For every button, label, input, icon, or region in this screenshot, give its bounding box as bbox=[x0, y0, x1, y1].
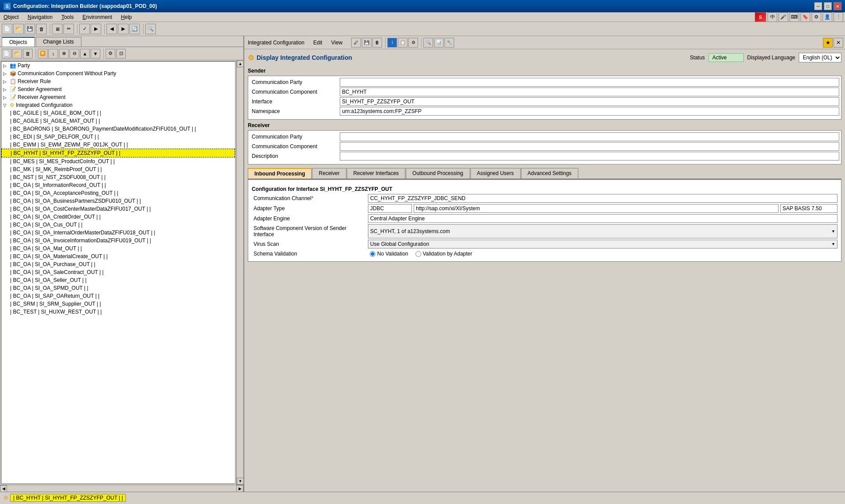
expander-recv-rule[interactable]: ▷ bbox=[3, 79, 8, 84]
close-button[interactable]: ✕ bbox=[834, 2, 841, 10]
expander-integrated[interactable]: ▽ bbox=[3, 103, 8, 108]
right-menu-edit[interactable]: Edit bbox=[312, 39, 324, 46]
right-btn-2[interactable]: 💾 bbox=[362, 38, 371, 47]
hscroll-right[interactable]: ▶ bbox=[236, 485, 243, 492]
hscroll-left[interactable]: ◀ bbox=[0, 485, 7, 492]
back-btn[interactable]: ◀ bbox=[107, 24, 117, 34]
tree-item-23[interactable]: | BC_OA | SI_SAP_OAReturn_OUT | | bbox=[1, 292, 235, 300]
tree-item-20[interactable]: | BC_OA | SI_OA_SaleContract_OUT | | bbox=[1, 268, 235, 276]
tree-item-comm-component[interactable]: ▷ 📦 Communication Component Without Part… bbox=[1, 69, 235, 77]
tree-item-12[interactable]: | BC_OA | SI_OA_CostCenterMasterDataZFIF… bbox=[1, 205, 235, 213]
menu-object[interactable]: Object bbox=[2, 14, 21, 21]
tree-item-17[interactable]: | BC_OA | SI_OA_Mat_OUT | | bbox=[1, 245, 235, 252]
left-filter-btn[interactable]: 🔽 bbox=[38, 49, 48, 58]
left-sort-btn[interactable]: ↕ bbox=[48, 49, 58, 58]
radio-by-adapter-input[interactable] bbox=[415, 251, 421, 257]
radio-no-validation-input[interactable] bbox=[370, 251, 375, 257]
tree-item-22[interactable]: | BC_OA | SI_OA_SPMD_OUT | | bbox=[1, 284, 235, 292]
tree-item-8[interactable]: | BC_NST | SI_NST_ZSDFU008_OUT | | bbox=[1, 173, 235, 181]
software-component-value[interactable]: SC_HYHT, 1 of a123systems.com ▼ bbox=[368, 224, 838, 238]
expander-sender-agr[interactable]: ▷ bbox=[3, 87, 8, 92]
virus-scan-value[interactable]: Use Global Configuration ▼ bbox=[368, 240, 838, 248]
tab-inbound-processing[interactable]: Inbound Processing bbox=[248, 168, 312, 179]
forward-btn[interactable]: ▶ bbox=[118, 24, 129, 34]
right-btn-5[interactable]: ⚙ bbox=[408, 38, 418, 47]
delete-btn[interactable]: 🗑 bbox=[36, 24, 47, 34]
check-btn[interactable]: ✓ bbox=[79, 24, 90, 34]
expander-comm[interactable]: ▷ bbox=[3, 71, 8, 76]
tree-item-25[interactable]: | BC_TEST | SI_HUXW_REST_OUT | | bbox=[1, 308, 235, 316]
tree-item-24[interactable]: | BC_SRM | SI_SRM_Supplier_OUT | | bbox=[1, 300, 235, 308]
left-settings-btn[interactable]: ⚙ bbox=[106, 49, 115, 58]
tree-item-16[interactable]: | BC_OA | SI_OA_InvoiceInformationDataZF… bbox=[1, 237, 235, 245]
tree-item-2[interactable]: | BC_BAORONG | SI_BAORONG_PaymentDateMod… bbox=[1, 125, 235, 133]
tree-item-14[interactable]: | BC_OA | SI_OA_Cus_OUT | | bbox=[1, 221, 235, 229]
tree-item-receiver-agreement[interactable]: ▷ 📝 Receiver Agreement bbox=[1, 93, 235, 101]
save-btn[interactable]: 💾 bbox=[25, 24, 35, 34]
tree-item-sender-agreement[interactable]: ▷ 📝 Sender Agreement bbox=[1, 85, 235, 93]
language-select[interactable]: English (OL) bbox=[799, 53, 841, 62]
tab-outbound-processing[interactable]: Outbound Processing bbox=[406, 168, 470, 179]
tree-item-11[interactable]: | BC_OA | SI_OA_BusinessPartnersZSDFU010… bbox=[1, 197, 235, 205]
open-btn[interactable]: 📂 bbox=[13, 24, 24, 34]
window-controls[interactable]: ─ □ ✕ bbox=[814, 2, 841, 10]
tree-item-5-selected[interactable]: | BC_HYHT | SI_HYHT_FP_ZZSZYFP_OUT | | bbox=[1, 149, 235, 157]
new-btn[interactable]: 📄 bbox=[2, 24, 12, 34]
tree-item-10[interactable]: | BC_OA | SI_OA_AcceptancePosting_OUT | … bbox=[1, 189, 235, 197]
tree-item-3[interactable]: | BC_EDI | SI_SAP_DELFOR_OUT | | bbox=[1, 133, 235, 141]
expander-recv-agr[interactable]: ▷ bbox=[3, 95, 8, 100]
radio-validation-by-adapter[interactable]: Validation by Adapter bbox=[415, 251, 473, 257]
tab-receiver-interfaces[interactable]: Receiver Interfaces bbox=[347, 168, 405, 179]
left-expand-btn[interactable]: ⊕ bbox=[59, 49, 69, 58]
right-btn-6[interactable]: 🔍 bbox=[423, 38, 433, 47]
tab-assigned-users[interactable]: Assigned Users bbox=[470, 168, 521, 179]
tree-item-4[interactable]: | BC_EWM | SI_EWM_ZEWM_RF_001JK_OUT | | bbox=[1, 141, 235, 149]
right-btn-8[interactable]: 🔧 bbox=[445, 38, 454, 47]
left-collapse-btn[interactable]: ⊖ bbox=[70, 49, 79, 58]
close-panel-btn[interactable]: ✕ bbox=[834, 38, 843, 47]
refresh-btn[interactable]: 🔄 bbox=[129, 24, 140, 34]
edit-btn[interactable]: ✏ bbox=[63, 24, 74, 34]
display-btn[interactable]: 🖥 bbox=[52, 24, 62, 34]
left-open-btn[interactable]: 📂 bbox=[12, 49, 22, 58]
star-btn[interactable]: ★ bbox=[823, 38, 833, 47]
tree-scroll-up[interactable]: ▲ bbox=[237, 60, 243, 67]
menu-tools[interactable]: Tools bbox=[59, 14, 75, 21]
tree-item-19[interactable]: | BC_OA | SI_OA_Purchase_OUT | | bbox=[1, 260, 235, 268]
right-menu-view[interactable]: View bbox=[329, 39, 344, 46]
left-up-btn[interactable]: ▲ bbox=[80, 49, 90, 58]
left-maximize-btn[interactable]: ⊡ bbox=[116, 49, 126, 58]
tree-vscroll[interactable]: ▲ ▼ bbox=[236, 60, 243, 485]
tree-item-7[interactable]: | BC_MK | SI_MK_ReimbProof_OUT | | bbox=[1, 165, 235, 173]
left-delete-btn[interactable]: 🗑 bbox=[23, 49, 33, 58]
tree-item-18[interactable]: | BC_OA | SI_OA_MaterialCreate_OUT | | bbox=[1, 252, 235, 260]
tab-advanced-settings[interactable]: Advanced Settings bbox=[521, 168, 578, 179]
tree-item-21[interactable]: | BC_OA | SI_OA_Seller_OUT | | bbox=[1, 276, 235, 284]
maximize-button[interactable]: □ bbox=[824, 2, 832, 10]
tree-item-party[interactable]: ▷ 👥 Party bbox=[1, 62, 235, 69]
expander-party[interactable]: ▷ bbox=[3, 63, 8, 68]
activate-btn[interactable]: ▶ bbox=[91, 24, 101, 34]
left-new-btn[interactable]: 📄 bbox=[2, 49, 11, 58]
tree-item-1[interactable]: | BC_AGILE | SI_AGILE_MAT_OUT | | bbox=[1, 117, 235, 125]
right-btn-7[interactable]: 📊 bbox=[434, 38, 444, 47]
tree-item-6[interactable]: | BC_MES | SI_MES_ProductCoInfo_OUT | | bbox=[1, 157, 235, 165]
tree-item-0[interactable]: | BC_AGILE | SI_AGILE_BOM_OUT | | bbox=[1, 109, 235, 117]
tree-item-integrated-config[interactable]: ▽ ⚙ Integrated Configuration bbox=[1, 101, 235, 109]
menu-environment[interactable]: Environment bbox=[81, 14, 114, 21]
tree-item-15[interactable]: | BC_OA | SI_OA_InternalOrderMasterDataZ… bbox=[1, 229, 235, 237]
tab-receiver[interactable]: Receiver bbox=[312, 168, 346, 179]
tree-scroll-down[interactable]: ▼ bbox=[237, 478, 243, 485]
tab-objects[interactable]: Objects bbox=[2, 37, 35, 47]
tree-item-13[interactable]: | BC_OA | SI_OA_CreditOrder_OUT | | bbox=[1, 213, 235, 221]
right-btn-3[interactable]: 🗑 bbox=[372, 38, 382, 47]
left-down-btn[interactable]: ▼ bbox=[91, 49, 100, 58]
right-btn-1[interactable]: 🖊 bbox=[351, 38, 361, 47]
right-btn-4[interactable]: 📋 bbox=[398, 38, 408, 47]
tree-item-receiver-rule[interactable]: ▷ 📋 Receiver Rule bbox=[1, 77, 235, 85]
minimize-button[interactable]: ─ bbox=[814, 2, 822, 10]
right-btn-info[interactable]: i bbox=[387, 38, 397, 47]
radio-no-validation[interactable]: No Validation bbox=[370, 251, 408, 257]
right-menu-integrated-config[interactable]: Integrated Configuration bbox=[246, 39, 306, 46]
menu-navigation[interactable]: Navigation bbox=[26, 14, 55, 21]
